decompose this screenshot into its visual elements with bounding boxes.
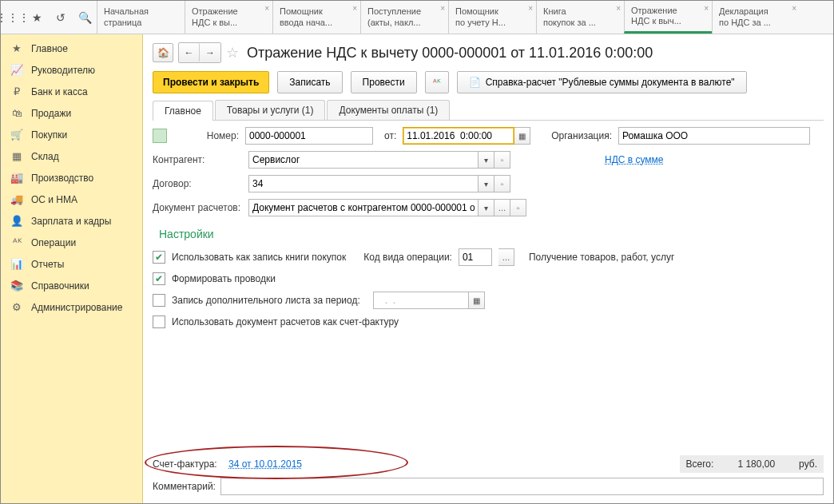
tab-line2: по НДС за ...: [719, 18, 793, 28]
settings-header: Настройки: [159, 228, 824, 240]
sidebar-item-label: Банк и касса: [31, 86, 88, 97]
number-label: Номер:: [173, 130, 239, 141]
open-icon[interactable]: ▫: [510, 199, 526, 216]
dropdown-icon[interactable]: ▾: [479, 199, 494, 216]
action-toolbar: Провести и закрыть Записать Провести ᴬᴷ …: [153, 71, 824, 93]
date-field[interactable]: [403, 127, 514, 145]
window-tab[interactable]: Помощникввода нача...×: [272, 1, 360, 34]
tab-line1: Книга: [543, 6, 618, 17]
settlement-doc-field[interactable]: [248, 199, 479, 216]
close-icon[interactable]: ×: [792, 4, 796, 14]
sidebar-item[interactable]: 🛒Покупки: [1, 124, 142, 145]
sidebar-icon: ★: [10, 42, 23, 54]
purchase-book-checkbox[interactable]: ✔: [153, 251, 165, 264]
contract-field[interactable]: [248, 175, 479, 192]
post-and-close-button[interactable]: Провести и закрыть: [153, 71, 269, 93]
home-button[interactable]: 🏠: [153, 43, 173, 62]
tab-line2: по учету Н...: [455, 18, 530, 28]
org-field[interactable]: [618, 127, 810, 145]
write-button[interactable]: Записать: [277, 71, 342, 93]
window-tab[interactable]: ОтражениеНДС к выч...×: [624, 1, 712, 34]
sidebar-item[interactable]: 🏭Производство: [1, 167, 142, 189]
ellipsis-icon[interactable]: …: [498, 248, 514, 266]
dropdown-icon[interactable]: ▾: [479, 151, 494, 169]
sidebar-icon: 🏭: [10, 172, 23, 184]
apps-icon[interactable]: ⋮⋮⋮: [1, 1, 25, 34]
sidebar-item[interactable]: ▦Склад: [1, 145, 142, 167]
tab-line1: Декларация: [719, 6, 793, 17]
star-icon[interactable]: ☆: [226, 44, 239, 62]
back-button[interactable]: ←: [179, 43, 200, 62]
sidebar-item[interactable]: 👤Зарплата и кадры: [1, 210, 142, 232]
history-icon[interactable]: ↺: [49, 1, 73, 34]
dt-kt-button[interactable]: ᴬᴷ: [425, 71, 449, 93]
content-area: 🏠 ← → ☆ Отражение НДС к вычету 0000-0000…: [143, 34, 833, 503]
close-icon[interactable]: ×: [616, 4, 621, 14]
window-tab[interactable]: Поступление(акты, накл...×: [360, 1, 448, 34]
window-tab[interactable]: Книгапокупок за ...×: [536, 1, 624, 34]
period-field[interactable]: [373, 292, 469, 309]
window-tab[interactable]: Начальнаястраница: [97, 1, 185, 34]
window-tab[interactable]: Помощникпо учету Н...×: [448, 1, 536, 34]
sidebar-icon: 👤: [10, 215, 23, 227]
invoice-label: Счет-фактура:: [153, 458, 228, 470]
use-as-invoice-label: Использовать документ расчетов как счет-…: [172, 316, 399, 327]
settlement-doc-label: Документ расчетов:: [153, 202, 242, 213]
tab-goods[interactable]: Товары и услуги (1): [215, 100, 326, 120]
sidebar-item-label: Производство: [31, 173, 93, 184]
sidebar-item[interactable]: 📊Отчеты: [1, 253, 142, 275]
post-button[interactable]: Провести: [351, 71, 417, 93]
additional-sheet-checkbox[interactable]: [153, 294, 165, 307]
calendar-icon[interactable]: ▦: [469, 292, 485, 309]
close-icon[interactable]: ×: [264, 4, 269, 14]
form-postings-checkbox[interactable]: ✔: [153, 272, 165, 285]
operation-kind-field[interactable]: [459, 248, 492, 266]
window-tab[interactable]: ОтражениеНДС к вы...×: [185, 1, 272, 34]
sidebar-item[interactable]: ᴬᴷОперации: [1, 232, 142, 253]
tab-payments[interactable]: Документы оплаты (1): [327, 100, 450, 120]
close-icon[interactable]: ×: [352, 4, 357, 14]
sidebar-item-label: Руководителю: [31, 65, 95, 76]
sidebar-item-label: Администрирование: [31, 302, 122, 313]
number-field[interactable]: [245, 127, 373, 145]
sidebar-item-label: ОС и НМА: [31, 194, 77, 205]
search-icon[interactable]: 🔍: [73, 1, 97, 34]
vat-mode-link[interactable]: НДС в сумме: [605, 154, 664, 165]
sidebar-icon: ᴬᴷ: [10, 236, 23, 248]
sidebar-item[interactable]: 🛍Продажи: [1, 102, 142, 124]
sidebar-item[interactable]: ★Главное: [1, 38, 142, 59]
sidebar-icon: 📚: [10, 280, 23, 292]
org-label: Организация:: [551, 130, 612, 141]
contractor-label: Контрагент:: [153, 154, 242, 165]
invoice-link[interactable]: 34 от 10.01.2015: [228, 458, 302, 470]
sidebar-item[interactable]: ₽Банк и касса: [1, 81, 142, 102]
operation-kind-label: Код вида операции:: [363, 252, 452, 263]
favorite-icon[interactable]: ★: [25, 1, 49, 34]
dropdown-icon[interactable]: ▾: [479, 175, 494, 192]
close-icon[interactable]: ×: [440, 4, 445, 14]
tab-line1: Начальная: [104, 6, 178, 17]
open-icon[interactable]: ▫: [494, 151, 510, 169]
sidebar-icon: ₽: [10, 85, 23, 97]
sub-tabs: Главное Товары и услуги (1) Документы оп…: [153, 100, 824, 121]
use-as-invoice-checkbox[interactable]: [153, 315, 165, 328]
window-tab[interactable]: Декларацияпо НДС за ...×: [712, 1, 800, 34]
close-icon[interactable]: ×: [528, 4, 533, 14]
forward-button[interactable]: →: [200, 43, 220, 62]
contractor-field[interactable]: [248, 151, 479, 169]
close-icon[interactable]: ×: [704, 4, 709, 14]
sidebar-item[interactable]: 📈Руководителю: [1, 59, 142, 81]
form-postings-label: Формировать проводки: [172, 273, 276, 284]
sidebar-item[interactable]: 📚Справочники: [1, 275, 142, 296]
ellipsis-icon[interactable]: …: [494, 199, 510, 216]
tab-line1: Поступление: [367, 6, 442, 17]
comment-label: Комментарий:: [153, 481, 220, 492]
calendar-icon[interactable]: ▦: [514, 127, 530, 145]
comment-field[interactable]: [220, 478, 824, 495]
report-button[interactable]: 📄 Справка-расчет "Рублевые суммы докумен…: [457, 71, 747, 93]
sidebar-item[interactable]: 🚚ОС и НМА: [1, 189, 142, 210]
open-icon[interactable]: ▫: [494, 175, 510, 192]
sidebar-icon: 📈: [10, 64, 23, 76]
sidebar-item[interactable]: ⚙Администрирование: [1, 296, 142, 318]
tab-main[interactable]: Главное: [153, 101, 213, 121]
